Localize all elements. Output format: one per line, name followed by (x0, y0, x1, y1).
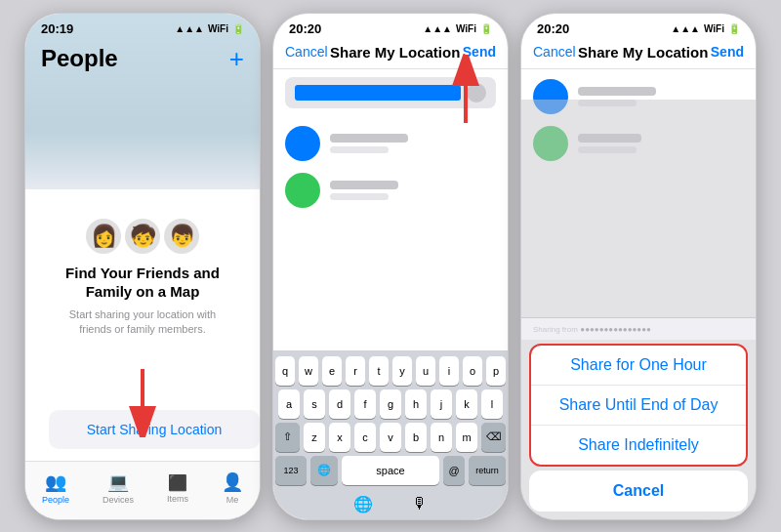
key-u[interactable]: u (416, 356, 435, 386)
key-h[interactable]: h (405, 389, 427, 419)
key-k[interactable]: k (456, 389, 477, 419)
bottom-tabs: 👥 People 💻 Devices ⬛ Items 👤 Me (25, 461, 260, 519)
people-header: People + (25, 40, 260, 80)
nav-bar-3: Cancel Share My Location Send (521, 40, 756, 69)
wifi-icon: WiFi (208, 23, 228, 34)
sharing-from-label: Sharing from (533, 325, 578, 334)
key-r[interactable]: r (346, 356, 365, 386)
key-m[interactable]: m (456, 423, 477, 452)
avatar-contact-2 (285, 173, 320, 208)
mic-icon[interactable]: 🎙 (412, 495, 428, 512)
wifi-icon-2: WiFi (456, 23, 476, 34)
key-e[interactable]: e (322, 356, 342, 386)
battery-icon: 🔋 (232, 23, 244, 34)
key-o[interactable]: o (463, 356, 482, 386)
status-icons-1: ▲▲▲ WiFi 🔋 (175, 23, 244, 34)
contact-name-1 (330, 134, 408, 143)
send-button-3[interactable]: Send (711, 44, 744, 60)
contact-list (273, 116, 508, 218)
key-delete[interactable]: ⌫ (481, 423, 506, 452)
key-y[interactable]: y (392, 356, 412, 386)
keyboard: q w e r t y u i o p a s d f g h j k l (273, 350, 508, 519)
red-arrow-down (118, 369, 167, 441)
status-bar-2: 20:20 ▲▲▲ WiFi 🔋 (273, 14, 508, 40)
sharing-from: Sharing from ●●●●●●●●●●●●●●● (521, 317, 756, 340)
avatar-2: 🧒 (125, 219, 160, 254)
contact-detail-1 (330, 146, 389, 153)
contact-name-2 (330, 181, 398, 189)
tab-people-label: People (42, 495, 69, 505)
key-b[interactable]: b (405, 423, 427, 452)
key-space[interactable]: space (342, 456, 439, 485)
sharing-from-email: ●●●●●●●●●●●●●●● (580, 325, 650, 334)
key-x[interactable]: x (329, 423, 350, 452)
key-l[interactable]: l (481, 389, 503, 419)
kb-row-2: a s d f g h j k l (275, 389, 506, 419)
share-options: Share for One Hour Share Until End of Da… (529, 344, 748, 467)
key-at[interactable]: @ (443, 456, 465, 485)
key-a[interactable]: a (278, 389, 300, 419)
battery-icon-2: 🔋 (480, 23, 492, 34)
tab-items-label: Items (167, 494, 188, 504)
key-f[interactable]: f (354, 389, 376, 419)
contact-item-1[interactable] (273, 120, 508, 167)
bg-name-1 (578, 87, 656, 96)
contact-detail-2 (330, 193, 389, 200)
key-shift[interactable]: ⇧ (275, 423, 300, 452)
phone-2: 20:20 ▲▲▲ WiFi 🔋 Cancel Share My Locatio… (272, 13, 509, 520)
cancel-button-2[interactable]: Cancel (285, 44, 328, 60)
status-icons-2: ▲▲▲ WiFi 🔋 (423, 23, 492, 34)
tab-devices-label: Devices (103, 495, 134, 505)
key-p[interactable]: p (486, 356, 506, 386)
key-g[interactable]: g (380, 389, 401, 419)
key-123[interactable]: 123 (275, 456, 307, 485)
tab-items[interactable]: ⬛ Items (167, 473, 188, 504)
key-v[interactable]: v (380, 423, 401, 452)
key-z[interactable]: z (304, 423, 325, 452)
key-emoji[interactable]: 🌐 (310, 456, 338, 485)
find-friends-card: 👩 🧒 👦 Find Your Friends and Family on a … (49, 199, 236, 353)
key-n[interactable]: n (431, 423, 452, 452)
battery-icon-3: 🔋 (728, 23, 740, 34)
contact-item-2[interactable] (273, 167, 508, 214)
share-sheet: Sharing from ●●●●●●●●●●●●●●● Share for O… (521, 317, 756, 519)
status-icons-3: ▲▲▲ WiFi 🔋 (671, 23, 740, 34)
people-tab-icon: 👥 (45, 471, 66, 493)
tab-me-label: Me (226, 495, 239, 505)
avatar-3: 👦 (164, 219, 199, 254)
contact-info-1 (330, 134, 496, 153)
search-input-highlight[interactable] (295, 85, 461, 101)
avatar-contact-1 (285, 126, 320, 161)
cancel-sheet-button[interactable]: Cancel (529, 471, 748, 512)
key-w[interactable]: w (299, 356, 318, 386)
avatar-1: 👩 (86, 219, 121, 254)
signal-icon-3: ▲▲▲ (671, 23, 700, 34)
share-one-hour-option[interactable]: Share for One Hour (531, 346, 746, 386)
kb-row-4: 123 🌐 space @ return (275, 456, 506, 485)
key-j[interactable]: j (431, 389, 452, 419)
share-indefinitely-option[interactable]: Share Indefinitely (531, 426, 746, 465)
key-i[interactable]: i (439, 356, 459, 386)
find-friends-title: Find Your Friends and Family on a Map (62, 264, 223, 302)
globe-icon[interactable]: 🌐 (353, 495, 373, 513)
add-people-button[interactable]: + (229, 44, 244, 74)
key-t[interactable]: t (369, 356, 389, 386)
devices-tab-icon: 💻 (107, 471, 129, 493)
tab-devices[interactable]: 💻 Devices (103, 471, 134, 505)
people-title: People (41, 45, 118, 72)
key-return[interactable]: return (469, 456, 506, 485)
kb-row-1: q w e r t y u i o p (275, 356, 506, 386)
share-end-of-day-option[interactable]: Share Until End of Day (531, 386, 746, 426)
signal-icon: ▲▲▲ (175, 23, 204, 34)
red-arrow-up (441, 55, 490, 127)
tab-me[interactable]: 👤 Me (222, 471, 243, 505)
find-friends-description: Start sharing your location with friends… (62, 307, 223, 338)
cancel-button-3[interactable]: Cancel (533, 44, 576, 60)
screen-container: 20:19 ▲▲▲ WiFi 🔋 People + 👩 🧒 👦 Find You… (0, 0, 781, 532)
key-d[interactable]: d (329, 389, 350, 419)
signal-icon-2: ▲▲▲ (423, 23, 452, 34)
tab-people[interactable]: 👥 People (42, 471, 69, 505)
key-q[interactable]: q (275, 356, 295, 386)
key-c[interactable]: c (354, 423, 376, 452)
key-s[interactable]: s (304, 389, 325, 419)
